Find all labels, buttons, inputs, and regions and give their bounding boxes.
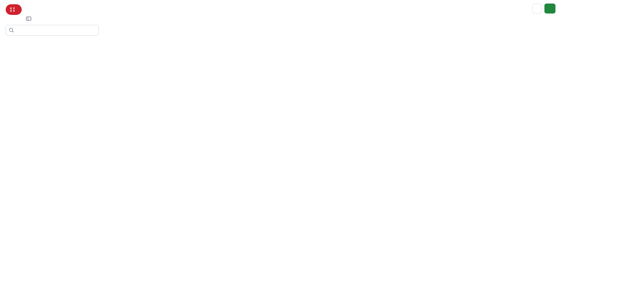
sidebar-panel-icon	[26, 16, 31, 21]
pr-header	[3, 3, 558, 24]
review-in-codespace-button[interactable]	[532, 4, 542, 13]
search-icon	[9, 28, 14, 33]
file-tree-sidebar	[3, 24, 107, 40]
page	[0, 0, 561, 40]
sidebar-toggle-button[interactable]	[26, 16, 31, 21]
pr-status-badge	[6, 4, 22, 15]
review-changes-button[interactable]	[544, 4, 555, 13]
pr-title	[26, 6, 28, 12]
diffs-panel	[107, 24, 558, 25]
pr-closed-icon	[10, 7, 15, 12]
filter-files-input[interactable]	[6, 25, 99, 36]
